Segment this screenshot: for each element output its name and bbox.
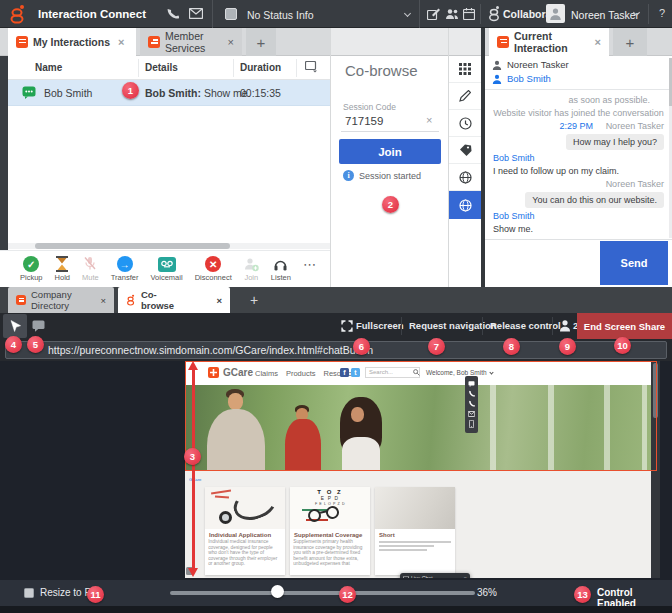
tab-cobrowse[interactable]: Co-browse × [118,287,230,313]
arrow-annotation [192,369,195,569]
member-services-tab-icon [148,36,160,48]
clear-icon[interactable]: × [426,114,432,126]
rail-item-apps[interactable] [449,56,481,83]
chat-tool-button[interactable] [26,314,50,338]
chat-interaction-icon [22,86,36,99]
tab-member-services[interactable]: Member Services × [140,28,242,56]
close-icon[interactable]: × [595,36,601,48]
email-icon[interactable] [189,8,203,19]
author-name: Bob Smith [493,153,664,163]
mute-button: Mute [82,256,99,282]
pointer-tool-button[interactable] [3,314,27,338]
calendar-icon[interactable] [463,8,475,20]
agent-message: You can do this on our website. [493,192,664,208]
toolbar-divider [552,317,553,335]
session-code-label: Session Code [343,102,396,112]
avatar[interactable] [546,4,565,23]
new-tab-button[interactable]: + [240,287,268,313]
my-interactions-panel: My Interactions × Member Services × + Na… [0,28,330,287]
voicemail-button[interactable]: Voicemail [150,257,182,282]
card-supplemental-coverage[interactable]: T O Z E P D F E L O P Z D Supplemental C… [290,487,370,575]
zoom-slider-knob[interactable] [271,585,284,598]
request-navigation-button[interactable]: Request navigation [409,320,497,331]
tab-my-interactions[interactable]: My Interactions × [8,28,136,56]
end-screen-share-button[interactable]: End Screen Share [577,313,672,339]
transfer-button[interactable]: → Transfer [111,256,139,282]
interaction-row-bob-smith[interactable]: Bob Smith Bob Smith: Show me. 00:15:35 [8,80,330,106]
viewers-icon[interactable] [559,319,571,332]
directory-icon[interactable] [445,8,459,20]
button-label: Mute [82,273,99,282]
button-label: Hold [55,273,70,282]
column-duration[interactable]: Duration [240,62,281,73]
status-dropdown[interactable]: No Status Info [212,0,420,28]
rail-item-web[interactable] [449,164,481,191]
minimize-icon[interactable]: – [458,575,461,578]
app-title: Interaction Connect [38,8,146,20]
release-control-button[interactable]: Release control [490,320,561,331]
disconnect-button[interactable]: ✕ Disconnect [195,256,232,282]
fullscreen-button[interactable]: Fullscreen [356,320,404,331]
card-image [375,487,455,529]
column-details[interactable]: Details [145,62,178,73]
live-chat-header[interactable]: Live Chat – × [400,573,470,578]
close-icon[interactable]: × [228,36,234,48]
rail-item-tags[interactable] [449,137,481,164]
highlight-rectangle-annotation [185,361,657,471]
send-button[interactable]: Send [600,241,668,285]
zoom-slider[interactable] [170,591,475,595]
card-title: Individual Application [205,529,285,539]
card-individual-application[interactable]: Individual Application Individual medica… [205,487,285,575]
chat-transcript[interactable]: as soon as possible. Website visitor has… [485,90,672,239]
text-line [379,545,434,547]
card-body: Supplements primary health insurance cov… [290,539,370,567]
grid-icon [459,63,471,75]
phone-icon[interactable] [166,7,179,20]
collaborate-icon[interactable] [488,5,501,22]
close-icon[interactable]: × [463,575,467,578]
scrollbar-thumb[interactable] [35,243,230,249]
rail-item-history[interactable] [449,110,481,137]
listen-button[interactable]: Listen [271,257,291,282]
panel-header-strip [331,28,448,56]
pickup-button[interactable]: ✓ Pickup [20,256,43,282]
session-code-input[interactable]: 717159 [345,115,383,127]
close-icon[interactable]: × [100,295,106,306]
panel-edge [0,56,8,250]
cursor-icon [10,320,21,333]
rail-item-notes[interactable] [449,83,481,110]
view-options-icon[interactable] [305,61,318,73]
new-tab-button[interactable]: + [613,28,647,56]
callout-2: 2 [382,196,399,213]
callout-8: 8 [503,338,520,355]
fullscreen-icon[interactable] [341,320,353,332]
column-name[interactable]: Name [35,62,62,73]
participant-visitor[interactable]: Bob Smith [492,73,551,84]
join-session-button[interactable]: Join [339,139,441,164]
close-icon[interactable]: × [118,36,124,48]
hold-button[interactable]: Hold [55,256,70,282]
rail-item-cobrowse-active[interactable] [449,191,481,219]
close-icon[interactable]: × [216,295,222,306]
live-chat-widget[interactable]: Live Chat – × Bob SmithI need to follow … [400,573,470,578]
author-name: Noreen Tasker [606,121,664,131]
transfer-icon: → [117,256,133,272]
callout-3: 3 [184,448,201,465]
help-button[interactable]: ? [659,7,665,19]
timestamp: 2:29 PM [560,121,594,131]
horizontal-scrollbar[interactable] [8,243,330,249]
new-tab-button[interactable]: + [246,28,276,56]
compose-icon[interactable] [427,8,440,20]
more-controls-button[interactable]: ⋯ [303,257,316,282]
interactions-tabbar: My Interactions × Member Services × + [0,28,330,56]
tab-current-interaction[interactable]: Current Interaction × [489,28,609,56]
tab-company-directory[interactable]: Company Directory × [8,287,114,313]
participant-agent[interactable]: Noreen Tasker [492,59,569,70]
card-short-term[interactable]: Short [375,487,455,575]
cobrowse-title: Co-browse [345,62,418,79]
callout-11: 11 [87,586,104,603]
rail-cap [449,28,481,56]
screen-share-stage[interactable]: GCare Claims Products Resources f t Sear… [0,361,672,580]
user-menu[interactable]: Noreen Tasker [571,9,639,21]
resize-to-fit-checkbox[interactable] [24,588,34,598]
